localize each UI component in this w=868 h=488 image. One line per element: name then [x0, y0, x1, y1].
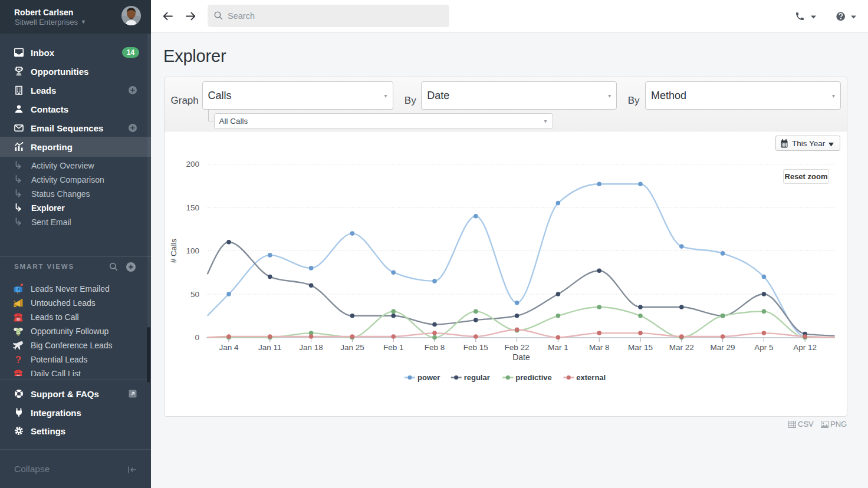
svg-text:?: ? [15, 354, 21, 365]
